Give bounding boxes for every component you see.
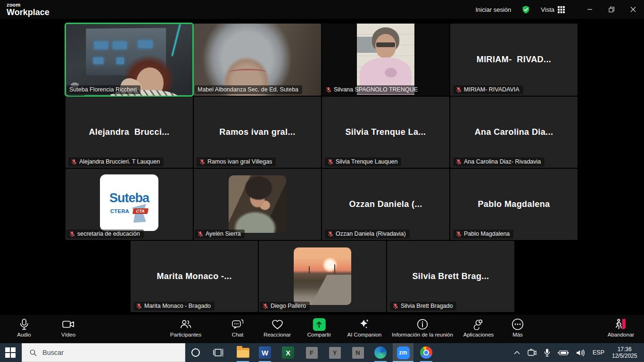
participant-name-label: Suteba Florencia Riccheri	[66, 85, 140, 94]
chat-icon	[232, 319, 244, 330]
cta-logo-text: CTA	[132, 208, 149, 214]
participant-tile[interactable]: Mabel Albondanza Sec. de Ed. Suteba	[194, 24, 321, 96]
participant-name-label: Ramos ivan gral Villegas	[197, 157, 276, 166]
participant-tile[interactable]: Silvia Trenque La... Silvia Trenque Lauq…	[322, 97, 449, 168]
battery-charging-icon[interactable]	[558, 350, 569, 356]
heart-icon	[271, 319, 283, 330]
video-content	[357, 24, 414, 95]
microphone-icon	[19, 319, 29, 330]
app-f-icon[interactable]: F	[301, 343, 322, 362]
restore-button[interactable]	[601, 0, 622, 19]
app-y-icon[interactable]: Y	[324, 343, 345, 362]
participant-name-label: Alejandra Bruccieri. T Lauquen	[68, 157, 164, 166]
camera-in-use-icon[interactable]	[528, 349, 537, 357]
participant-name-label: Diego Pallero	[260, 302, 310, 311]
share-screen-button[interactable]: Compartir	[307, 318, 331, 337]
clock-time: 17:36	[612, 346, 637, 353]
suteba-logo: Suteba CTERA CTA	[100, 174, 158, 231]
chrome-icon[interactable]	[416, 343, 437, 362]
camera-icon	[62, 320, 74, 329]
participant-tile[interactable]: MIRIAM- RIVAD... MIRIAM- RIVADAVIA	[450, 24, 578, 96]
profile-photo	[229, 175, 286, 233]
participant-tile[interactable]: Ana Carolina Dia... Ana Carolina Diaz- R…	[450, 97, 578, 168]
cortana-button[interactable]	[185, 343, 206, 362]
microphone-tray-icon[interactable]	[544, 348, 550, 357]
participant-tile[interactable]: Silvana SPAGNOLO TRENQUE	[322, 24, 449, 96]
file-explorer-icon[interactable]	[232, 343, 253, 362]
participant-tile[interactable]: Alejandra Brucci... Alejandra Bruccieri.…	[66, 97, 193, 168]
participants-icon	[180, 319, 192, 330]
participant-tile[interactable]: Silvia Brett Brag... Silvia Brett Bragad…	[387, 241, 514, 312]
sign-in-button[interactable]: Iniciar sesión	[475, 6, 511, 13]
taskbar-clock[interactable]: 17:36 12/5/2025	[612, 346, 637, 359]
clock-date: 12/5/2025	[612, 353, 637, 359]
ai-companion-icon	[358, 318, 371, 330]
info-icon	[417, 319, 428, 330]
participant-name-label: Mabel Albondanza Sec. de Ed. Suteba	[195, 85, 302, 94]
grid-view-icon	[558, 6, 565, 13]
word-icon[interactable]: W	[255, 343, 275, 362]
video-button[interactable]: Vídeo	[61, 318, 75, 337]
chat-button[interactable]: Chat	[232, 318, 244, 337]
excel-icon[interactable]: X	[278, 343, 298, 362]
muted-mic-icon	[69, 231, 75, 237]
muted-mic-icon	[456, 231, 462, 237]
close-button[interactable]	[622, 0, 644, 19]
more-button[interactable]: Más	[512, 318, 524, 337]
view-label: Vista	[541, 6, 554, 13]
tray-chevron-up-icon[interactable]	[514, 351, 520, 354]
search-placeholder: Buscar	[42, 349, 64, 356]
task-view-button[interactable]	[208, 343, 229, 362]
participant-tile[interactable]: Suteba CTERA CTA secretaria de educación	[66, 169, 193, 240]
more-icon	[512, 318, 524, 330]
minimize-button[interactable]	[579, 0, 601, 19]
leave-meeting-button[interactable]: Abandonar	[608, 318, 634, 337]
participant-name-label: secretaria de educación	[66, 230, 144, 239]
participant-tile[interactable]: Pablo Magdalena Pablo Magdalena	[450, 169, 578, 240]
muted-mic-icon	[199, 159, 205, 165]
participant-tile[interactable]: Diego Pallero	[259, 241, 386, 312]
participant-name-label: Silvia Brett Bragado	[390, 302, 456, 311]
muted-mic-icon	[328, 159, 333, 165]
participant-tile[interactable]: Ozzan Daniela (... Ozzan Daniela (Rivada…	[322, 169, 449, 240]
participant-name-label: Silvia Trenque Lauquen	[325, 157, 401, 166]
participants-button[interactable]: Participantes	[170, 318, 201, 337]
audio-button[interactable]: Audio	[17, 318, 31, 337]
volume-icon[interactable]	[576, 349, 585, 356]
participant-tile[interactable]: Ramos ivan gral... Ramos ivan gral Ville…	[194, 97, 321, 168]
suteba-logo-text: Suteba	[109, 191, 149, 205]
logo-text-zoom: zoom	[7, 2, 50, 8]
search-icon	[30, 349, 37, 356]
muted-mic-icon	[456, 87, 462, 93]
windows-taskbar: Buscar W X F Y N zm ESP 17:36 12	[0, 343, 644, 362]
zoom-workplace-window: zoom Workplace Iniciar sesión Vista	[0, 0, 644, 362]
meeting-info-button[interactable]: Información de la reunión	[392, 318, 453, 337]
participant-tile[interactable]: Ayelén Sierra	[194, 169, 321, 240]
share-screen-icon	[313, 318, 325, 331]
app-n-icon[interactable]: N	[347, 343, 368, 362]
participant-name-label: Pablo Magdalena	[453, 230, 513, 239]
ai-companion-button[interactable]: AI Companion	[347, 318, 382, 337]
security-shield-icon[interactable]	[521, 5, 530, 14]
start-button[interactable]	[5, 347, 16, 358]
apps-button[interactable]: Aplicaciones	[463, 318, 494, 337]
participant-name-label: MIRIAM- RIVADAVIA	[453, 85, 523, 94]
edge-icon[interactable]	[370, 343, 391, 362]
react-button[interactable]: Reaccionar	[264, 318, 291, 337]
muted-mic-icon	[328, 231, 333, 237]
muted-mic-icon	[263, 303, 268, 309]
zoom-app-icon[interactable]: zm	[393, 343, 413, 362]
participant-tile[interactable]: Suteba Florencia Riccheri	[66, 24, 193, 96]
title-bar: zoom Workplace Iniciar sesión Vista	[0, 0, 644, 19]
muted-mic-icon	[326, 87, 331, 93]
participant-tile[interactable]: Marita Monaco -... Marita Monaco - Braga…	[131, 241, 258, 312]
view-button[interactable]: Vista	[541, 6, 565, 13]
muted-mic-icon	[136, 303, 142, 309]
language-indicator[interactable]: ESP	[593, 349, 604, 356]
taskbar-search-input[interactable]: Buscar	[22, 343, 185, 362]
muted-mic-icon	[71, 159, 77, 165]
profile-photo	[294, 247, 351, 305]
meeting-gallery: Suteba Florencia Riccheri Mabel Albondan…	[0, 19, 644, 315]
participant-name-label: Silvana SPAGNOLO TRENQUE	[323, 85, 421, 94]
participant-name-label: Ozzan Daniela (Rivadavia)	[325, 230, 410, 239]
